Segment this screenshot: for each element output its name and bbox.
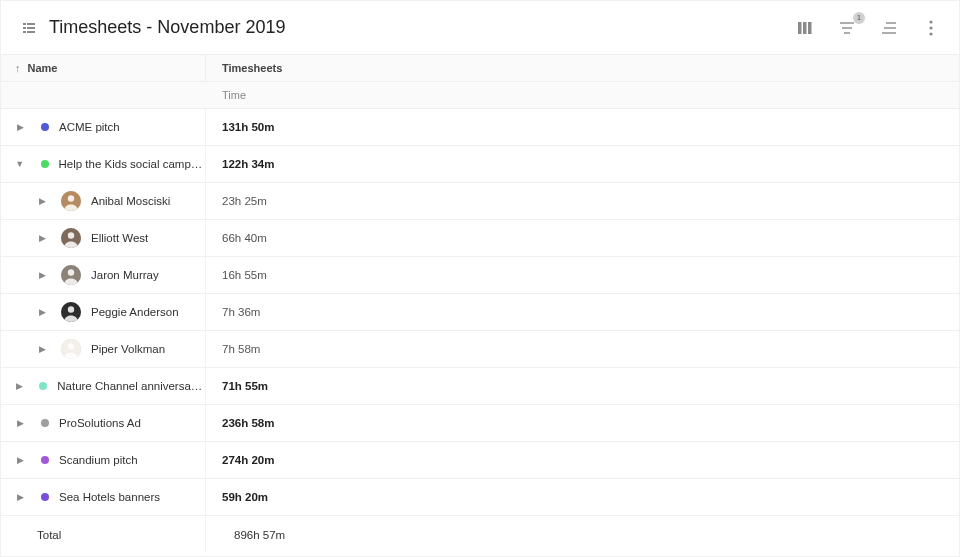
column-header-time[interactable]: Time xyxy=(206,89,959,101)
member-name: Elliott West xyxy=(91,232,148,244)
project-time: 274h 20m xyxy=(206,442,959,478)
project-name: Nature Channel anniversary cam… xyxy=(57,380,205,392)
project-name: ProSolutions Ad xyxy=(59,417,141,429)
expand-toggle-icon[interactable]: ▶ xyxy=(15,455,25,465)
svg-point-25 xyxy=(68,306,74,312)
expand-toggle-icon[interactable]: ▶ xyxy=(15,418,25,428)
project-row[interactable]: ▶ProSolutions Ad236h 58m xyxy=(1,405,959,442)
avatar xyxy=(61,191,81,211)
project-color-dot xyxy=(41,160,49,168)
list-view-icon[interactable] xyxy=(15,14,43,42)
svg-rect-3 xyxy=(27,23,35,25)
project-color-dot xyxy=(41,493,49,501)
avatar xyxy=(61,265,81,285)
member-time: 23h 25m xyxy=(206,183,959,219)
member-time: 66h 40m xyxy=(206,220,959,256)
expand-toggle-icon[interactable]: ▶ xyxy=(15,492,25,502)
app-window: Timesheets - November 2019 1 ↑ Name Time… xyxy=(0,0,960,557)
expand-toggle-icon[interactable]: ▶ xyxy=(37,344,47,354)
filter-icon[interactable]: 1 xyxy=(833,14,861,42)
svg-point-21 xyxy=(68,232,74,238)
project-row[interactable]: ▶Sea Hotels banners59h 20m xyxy=(1,479,959,516)
avatar xyxy=(61,228,81,248)
member-name: Piper Volkman xyxy=(91,343,165,355)
svg-rect-1 xyxy=(23,27,26,29)
expand-toggle-icon[interactable]: ▶ xyxy=(15,122,25,132)
member-time: 16h 55m xyxy=(206,257,959,293)
svg-rect-8 xyxy=(808,22,812,34)
project-color-dot xyxy=(41,456,49,464)
member-row[interactable]: ▶Peggie Anderson7h 36m xyxy=(1,294,959,331)
project-name: Scandium pitch xyxy=(59,454,138,466)
column-header-name[interactable]: ↑ Name xyxy=(1,55,206,81)
member-row[interactable]: ▶Elliott West66h 40m xyxy=(1,220,959,257)
expand-toggle-icon[interactable]: ▶ xyxy=(37,307,47,317)
member-row[interactable]: ▶Jaron Murray16h 55m xyxy=(1,257,959,294)
avatar xyxy=(61,339,81,359)
expand-toggle-icon[interactable]: ▶ xyxy=(37,233,47,243)
svg-rect-4 xyxy=(27,27,35,29)
member-row[interactable]: ▶Piper Volkman7h 58m xyxy=(1,331,959,368)
member-row[interactable]: ▶Anibal Mosciski23h 25m xyxy=(1,183,959,220)
page-title: Timesheets - November 2019 xyxy=(49,17,285,38)
table-header: ↑ Name Timesheets xyxy=(1,55,959,82)
project-color-dot xyxy=(41,123,49,131)
expand-toggle-icon[interactable]: ▼ xyxy=(15,159,25,169)
project-row[interactable]: ▶ACME pitch131h 50m xyxy=(1,109,959,146)
project-row[interactable]: ▼Help the Kids social campaign122h 34m xyxy=(1,146,959,183)
svg-rect-7 xyxy=(803,22,807,34)
project-name: Help the Kids social campaign xyxy=(59,158,205,170)
expand-toggle-icon[interactable]: ▶ xyxy=(15,381,23,391)
svg-point-17 xyxy=(929,32,932,35)
total-row: Total 896h 57m xyxy=(1,516,959,553)
member-time: 7h 36m xyxy=(206,294,959,330)
project-row[interactable]: ▶Nature Channel anniversary cam…71h 55m xyxy=(1,368,959,405)
table-subheader: Time xyxy=(1,82,959,109)
project-color-dot xyxy=(39,382,47,390)
column-header-timesheets[interactable]: Timesheets xyxy=(206,55,959,81)
column-header-name-label: Name xyxy=(28,62,58,74)
filter-badge: 1 xyxy=(853,12,865,24)
total-time: 896h 57m xyxy=(206,516,959,553)
project-time: 71h 55m xyxy=(206,368,959,404)
member-name: Jaron Murray xyxy=(91,269,159,281)
project-time: 59h 20m xyxy=(206,479,959,515)
svg-point-15 xyxy=(929,20,932,23)
project-name: ACME pitch xyxy=(59,121,120,133)
page-header: Timesheets - November 2019 1 xyxy=(1,1,959,55)
table-body: ▶ACME pitch131h 50m▼Help the Kids social… xyxy=(1,109,959,516)
project-name: Sea Hotels banners xyxy=(59,491,160,503)
columns-icon[interactable] xyxy=(791,14,819,42)
project-row[interactable]: ▶Scandium pitch274h 20m xyxy=(1,442,959,479)
project-time: 236h 58m xyxy=(206,405,959,441)
svg-point-23 xyxy=(68,269,74,275)
avatar xyxy=(61,302,81,322)
project-time: 131h 50m xyxy=(206,109,959,145)
sort-icon[interactable] xyxy=(875,14,903,42)
expand-toggle-icon[interactable]: ▶ xyxy=(37,196,47,206)
more-menu-icon[interactable] xyxy=(917,14,945,42)
sort-asc-icon: ↑ xyxy=(15,62,21,74)
column-header-timesheets-label: Timesheets xyxy=(222,62,282,74)
member-name: Peggie Anderson xyxy=(91,306,179,318)
total-label: Total xyxy=(1,516,206,553)
header-actions: 1 xyxy=(791,14,945,42)
svg-rect-5 xyxy=(27,31,35,33)
svg-rect-6 xyxy=(798,22,802,34)
svg-rect-0 xyxy=(23,23,26,25)
expand-toggle-icon[interactable]: ▶ xyxy=(37,270,47,280)
svg-point-16 xyxy=(929,26,932,29)
svg-point-19 xyxy=(68,195,74,201)
project-time: 122h 34m xyxy=(206,146,959,182)
svg-point-27 xyxy=(68,343,74,349)
svg-rect-2 xyxy=(23,31,26,33)
member-time: 7h 58m xyxy=(206,331,959,367)
member-name: Anibal Mosciski xyxy=(91,195,170,207)
project-color-dot xyxy=(41,419,49,427)
column-header-time-label: Time xyxy=(222,89,246,101)
